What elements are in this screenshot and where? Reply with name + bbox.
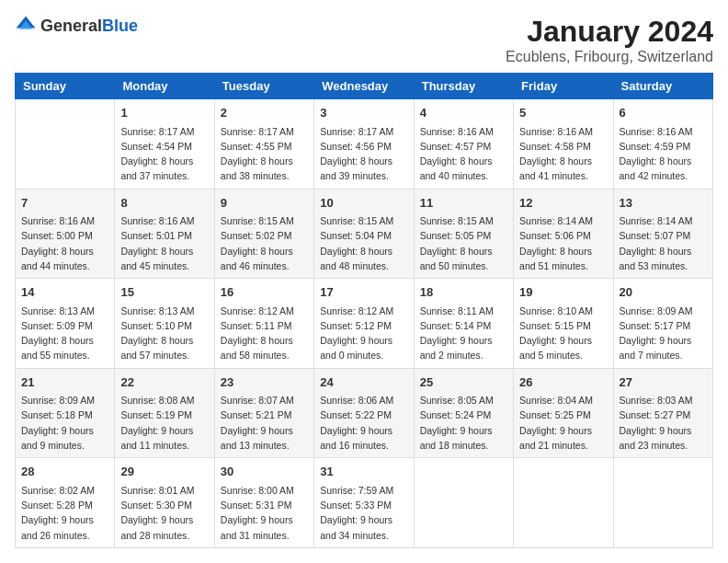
day-header-sunday: Sunday (16, 74, 115, 99)
day-info: Sunrise: 8:15 AM Sunset: 5:02 PM Dayligh… (221, 213, 308, 273)
day-info: Sunrise: 8:11 AM Sunset: 5:14 PM Dayligh… (420, 304, 507, 363)
calendar-cell: 30Sunrise: 8:00 AM Sunset: 5:31 PM Dayli… (214, 458, 313, 548)
day-number: 18 (420, 283, 507, 302)
day-info: Sunrise: 8:16 AM Sunset: 4:58 PM Dayligh… (519, 124, 607, 184)
day-info: Sunrise: 8:03 AM Sunset: 5:27 PM Dayligh… (620, 393, 707, 453)
day-info: Sunrise: 8:08 AM Sunset: 5:19 PM Dayligh… (120, 393, 208, 453)
day-info: Sunrise: 8:14 AM Sunset: 5:07 PM Dayligh… (620, 213, 707, 273)
day-number: 7 (21, 194, 108, 213)
day-number: 4 (420, 104, 507, 122)
calendar-body: 1Sunrise: 8:17 AM Sunset: 4:54 PM Daylig… (16, 99, 713, 548)
calendar-cell (514, 458, 613, 548)
calendar-cell: 10Sunrise: 8:15 AM Sunset: 5:04 PM Dayli… (314, 189, 414, 279)
day-header-monday: Monday (115, 74, 214, 99)
day-info: Sunrise: 8:12 AM Sunset: 5:11 PM Dayligh… (221, 304, 308, 363)
day-info: Sunrise: 8:06 AM Sunset: 5:22 PM Dayligh… (320, 393, 407, 453)
day-number: 25 (420, 373, 507, 392)
calendar-week-5: 28Sunrise: 8:02 AM Sunset: 5:28 PM Dayli… (16, 458, 713, 548)
calendar-cell: 12Sunrise: 8:14 AM Sunset: 5:06 PM Dayli… (514, 189, 613, 279)
calendar-cell: 1Sunrise: 8:17 AM Sunset: 4:54 PM Daylig… (115, 99, 214, 190)
day-info: Sunrise: 8:09 AM Sunset: 5:18 PM Dayligh… (21, 393, 108, 453)
day-info: Sunrise: 8:17 AM Sunset: 4:56 PM Dayligh… (320, 124, 407, 184)
day-info: Sunrise: 8:10 AM Sunset: 5:15 PM Dayligh… (519, 304, 607, 363)
calendar-cell: 31Sunrise: 7:59 AM Sunset: 5:33 PM Dayli… (314, 458, 414, 548)
calendar-week-3: 14Sunrise: 8:13 AM Sunset: 5:09 PM Dayli… (16, 279, 713, 369)
day-header-friday: Friday (514, 74, 613, 99)
day-info: Sunrise: 8:14 AM Sunset: 5:06 PM Dayligh… (519, 213, 607, 273)
day-header-wednesday: Wednesday (314, 74, 414, 99)
day-info: Sunrise: 8:13 AM Sunset: 5:09 PM Dayligh… (21, 304, 108, 363)
day-info: Sunrise: 8:12 AM Sunset: 5:12 PM Dayligh… (320, 304, 407, 363)
calendar-cell: 2Sunrise: 8:17 AM Sunset: 4:55 PM Daylig… (214, 99, 313, 190)
calendar-cell: 24Sunrise: 8:06 AM Sunset: 5:22 PM Dayli… (314, 368, 414, 458)
day-info: Sunrise: 8:16 AM Sunset: 4:59 PM Dayligh… (620, 124, 707, 184)
day-number: 2 (221, 104, 308, 122)
day-info: Sunrise: 8:09 AM Sunset: 5:17 PM Dayligh… (620, 304, 707, 363)
day-number: 5 (519, 104, 607, 122)
day-number: 6 (620, 104, 707, 122)
logo-icon (15, 15, 37, 37)
calendar-cell: 16Sunrise: 8:12 AM Sunset: 5:11 PM Dayli… (214, 279, 313, 369)
calendar-cell: 3Sunrise: 8:17 AM Sunset: 4:56 PM Daylig… (314, 99, 414, 190)
day-info: Sunrise: 8:05 AM Sunset: 5:24 PM Dayligh… (420, 393, 507, 453)
calendar-cell: 6Sunrise: 8:16 AM Sunset: 4:59 PM Daylig… (613, 99, 712, 190)
calendar-cell (613, 458, 712, 548)
calendar-cell: 19Sunrise: 8:10 AM Sunset: 5:15 PM Dayli… (514, 279, 613, 369)
day-info: Sunrise: 8:16 AM Sunset: 5:01 PM Dayligh… (120, 213, 208, 273)
day-number: 15 (120, 283, 208, 302)
calendar-cell: 29Sunrise: 8:01 AM Sunset: 5:30 PM Dayli… (115, 458, 214, 548)
calendar-cell: 9Sunrise: 8:15 AM Sunset: 5:02 PM Daylig… (214, 189, 313, 279)
day-number: 24 (320, 373, 407, 392)
day-number: 22 (120, 373, 208, 392)
day-number: 19 (519, 283, 607, 302)
day-number: 28 (21, 463, 108, 481)
calendar-cell (16, 99, 115, 190)
calendar-cell: 8Sunrise: 8:16 AM Sunset: 5:01 PM Daylig… (115, 189, 214, 279)
day-number: 20 (620, 283, 707, 302)
title-area: January 2024 Ecublens, Fribourg, Switzer… (506, 15, 713, 65)
calendar-cell: 13Sunrise: 8:14 AM Sunset: 5:07 PM Dayli… (613, 189, 712, 279)
calendar-cell: 20Sunrise: 8:09 AM Sunset: 5:17 PM Dayli… (613, 279, 712, 369)
calendar-cell: 23Sunrise: 8:07 AM Sunset: 5:21 PM Dayli… (214, 368, 313, 458)
calendar-cell: 22Sunrise: 8:08 AM Sunset: 5:19 PM Dayli… (115, 368, 214, 458)
day-number: 8 (120, 194, 208, 213)
calendar-week-2: 7Sunrise: 8:16 AM Sunset: 5:00 PM Daylig… (16, 189, 713, 279)
day-number: 11 (420, 194, 507, 213)
day-number: 31 (320, 463, 407, 481)
day-number: 23 (221, 373, 308, 392)
calendar-header-row: SundayMondayTuesdayWednesdayThursdayFrid… (16, 74, 713, 99)
day-info: Sunrise: 8:17 AM Sunset: 4:54 PM Dayligh… (120, 124, 208, 184)
day-info: Sunrise: 8:16 AM Sunset: 4:57 PM Dayligh… (420, 124, 507, 184)
calendar-cell: 15Sunrise: 8:13 AM Sunset: 5:10 PM Dayli… (115, 279, 214, 369)
calendar-week-4: 21Sunrise: 8:09 AM Sunset: 5:18 PM Dayli… (16, 368, 713, 458)
calendar-cell: 5Sunrise: 8:16 AM Sunset: 4:58 PM Daylig… (514, 99, 613, 190)
day-header-tuesday: Tuesday (214, 74, 313, 99)
day-info: Sunrise: 7:59 AM Sunset: 5:33 PM Dayligh… (320, 483, 407, 543)
calendar-table: SundayMondayTuesdayWednesdayThursdayFrid… (15, 73, 713, 548)
day-info: Sunrise: 8:15 AM Sunset: 5:05 PM Dayligh… (420, 213, 507, 273)
day-info: Sunrise: 8:07 AM Sunset: 5:21 PM Dayligh… (221, 393, 308, 453)
day-info: Sunrise: 8:01 AM Sunset: 5:30 PM Dayligh… (120, 483, 208, 543)
calendar-cell: 14Sunrise: 8:13 AM Sunset: 5:09 PM Dayli… (16, 279, 115, 369)
day-info: Sunrise: 8:13 AM Sunset: 5:10 PM Dayligh… (120, 304, 208, 363)
day-number: 13 (620, 194, 707, 213)
day-header-saturday: Saturday (613, 74, 712, 99)
month-title: January 2024 (506, 15, 713, 49)
calendar-cell: 4Sunrise: 8:16 AM Sunset: 4:57 PM Daylig… (414, 99, 513, 190)
day-info: Sunrise: 8:04 AM Sunset: 5:25 PM Dayligh… (519, 393, 607, 453)
calendar-week-1: 1Sunrise: 8:17 AM Sunset: 4:54 PM Daylig… (16, 99, 713, 190)
day-number: 27 (620, 373, 707, 392)
calendar-cell: 27Sunrise: 8:03 AM Sunset: 5:27 PM Dayli… (613, 368, 712, 458)
day-info: Sunrise: 8:16 AM Sunset: 5:00 PM Dayligh… (21, 213, 108, 273)
day-number: 9 (221, 194, 308, 213)
calendar-cell: 18Sunrise: 8:11 AM Sunset: 5:14 PM Dayli… (414, 279, 513, 369)
day-number: 14 (21, 283, 108, 302)
day-info: Sunrise: 8:00 AM Sunset: 5:31 PM Dayligh… (221, 483, 308, 543)
calendar-cell: 25Sunrise: 8:05 AM Sunset: 5:24 PM Dayli… (414, 368, 513, 458)
day-number: 29 (120, 463, 208, 481)
day-number: 16 (221, 283, 308, 302)
day-number: 12 (519, 194, 607, 213)
page-header: GeneralBlue January 2024 Ecublens, Fribo… (15, 15, 713, 65)
day-info: Sunrise: 8:17 AM Sunset: 4:55 PM Dayligh… (221, 124, 308, 184)
calendar-cell: 28Sunrise: 8:02 AM Sunset: 5:28 PM Dayli… (16, 458, 115, 548)
